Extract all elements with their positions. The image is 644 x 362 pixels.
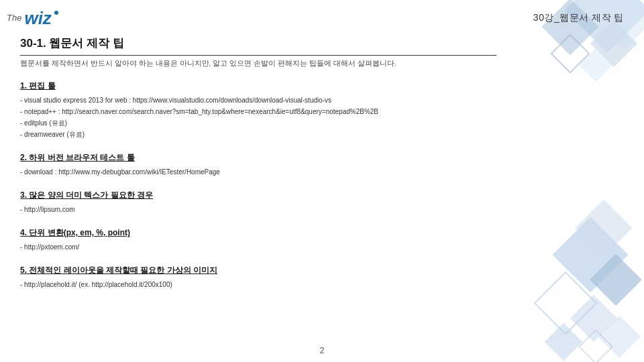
section-title-3: 3. 많은 양의 더미 텍스가 필요한 경우 — [20, 190, 496, 201]
section-body-4: - http://pxtoem.com/ — [20, 241, 496, 253]
section-title-4: 4. 단위 변환(px, em, %, point) — [20, 227, 496, 239]
section-5: 5. 전체적인 레이아웃을 제작할때 필요한 가상의 이미지- http://p… — [20, 265, 496, 290]
logo-the: The — [7, 13, 21, 23]
section-body-1: - visual studio express 2013 for web : h… — [20, 95, 496, 140]
sections-container: 1. 편집 툴- visual studio express 2013 for … — [20, 80, 496, 290]
section-body-3: - http://lipsum.com — [20, 204, 496, 215]
subtitle: 웹문서를 제작하면서 반드시 알아야 하는 내용은 아니지만, 알고 있으면 손… — [20, 59, 496, 68]
section-body-2: - download : http://www.my-debugbar.com/… — [20, 166, 496, 178]
section-body-5: - http://placehold.it/ (ex. http://place… — [20, 279, 496, 290]
main-content: 30-1. 웹문서 제작 팁 웹문서를 제작하면서 반드시 알아야 하는 내용은… — [20, 36, 496, 342]
header: The wiz 30강_웹문서 제작 팁 — [0, 0, 644, 36]
svg-rect-12 — [545, 323, 583, 361]
page-number: 2 — [320, 346, 325, 355]
logo-area: The wiz — [7, 9, 58, 27]
section-title-2: 2. 하위 버전 브라우저 테스트 툴 — [20, 152, 496, 164]
logo-dot — [54, 11, 58, 15]
section-1: 1. 편집 툴- visual studio express 2013 for … — [20, 80, 496, 140]
logo-wiz: wiz — [24, 9, 51, 27]
deco-bottom-right — [510, 194, 644, 362]
section-2: 2. 하위 버전 브라우저 테스트 툴- download : http://w… — [20, 152, 496, 178]
section-3: 3. 많은 양의 더미 텍스가 필요한 경우- http://lipsum.co… — [20, 190, 496, 215]
header-title: 30강_웹문서 제작 팁 — [533, 12, 624, 24]
section-4: 4. 단위 변환(px, em, %, point)- http://pxtoe… — [20, 227, 496, 253]
section-title-5: 5. 전체적인 레이아웃을 제작할때 필요한 가상의 이미지 — [20, 265, 496, 276]
section-title-1: 1. 편집 툴 — [20, 80, 496, 92]
page-heading: 30-1. 웹문서 제작 팁 — [20, 36, 496, 56]
